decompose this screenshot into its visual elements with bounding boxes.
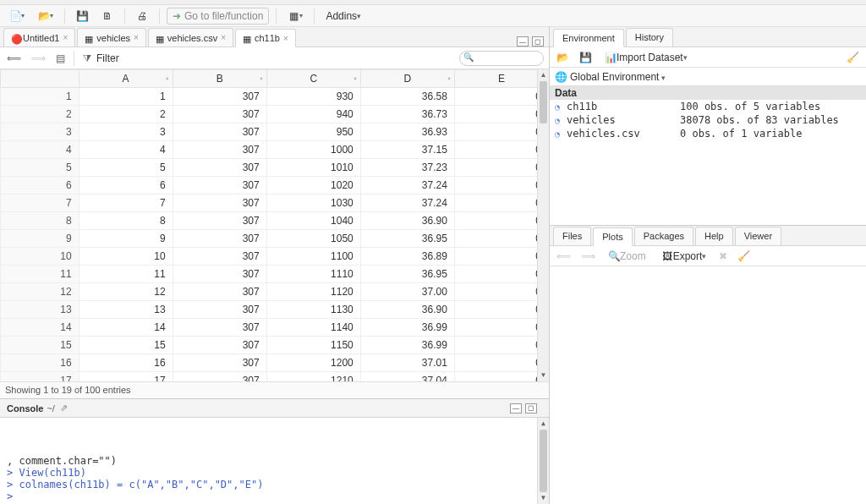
cell[interactable]: 1120 [266,283,360,301]
cell[interactable]: 930 [266,88,360,106]
cell[interactable]: 1040 [266,212,360,230]
plot-prev-button[interactable]: ⟸ [555,249,573,264]
cell[interactable]: 307 [173,141,266,159]
cell[interactable]: 0 [454,319,548,337]
table-row[interactable]: 66307102037.240 [1,177,549,194]
plots-tab-files[interactable]: Files [553,227,591,245]
close-icon[interactable]: × [134,33,139,42]
cell[interactable]: 36.95 [360,230,454,248]
table-row[interactable]: 1515307115036.990 [1,337,549,354]
cell[interactable]: 5 [79,159,173,177]
cell[interactable]: 1110 [266,266,360,283]
save-button[interactable]: 💾 [72,8,92,25]
console-popout-icon[interactable]: ⇗ [60,403,68,414]
goto-file-function-input[interactable]: ➜Go to file/function [167,8,269,25]
cell[interactable]: 0 [454,230,548,248]
cell[interactable]: 36.73 [360,106,454,123]
cell[interactable]: 307 [173,354,266,372]
plots-tab-help[interactable]: Help [695,227,733,245]
table-row[interactable]: 1616307120037.010 [1,354,549,372]
env-item-vehicles-csv[interactable]: ◔vehicles.csv0 obs. of 1 variable [550,127,866,140]
export-button[interactable]: 🖼Export [657,248,711,265]
cell[interactable]: 0 [454,283,548,301]
cell[interactable]: 1130 [266,301,360,319]
close-icon[interactable]: × [221,33,226,42]
cell[interactable]: 36.93 [360,123,454,141]
cell[interactable]: 13 [79,301,173,319]
cell[interactable]: 37.24 [360,194,454,212]
cell[interactable]: 0 [454,337,548,354]
forward-button[interactable]: ⟹ [30,51,47,66]
cell[interactable]: 0 [454,141,548,159]
cell[interactable]: 14 [79,319,173,337]
cell[interactable]: 36.90 [360,301,454,319]
plot-next-button[interactable]: ⟹ [579,249,597,264]
plots-tab-packages[interactable]: Packages [634,227,693,245]
cell[interactable]: 307 [173,194,266,212]
cell[interactable]: 1140 [266,319,360,337]
remove-plot-button[interactable]: ✖ [717,249,729,264]
cell[interactable]: 0 [454,88,548,106]
env-item-ch11b[interactable]: ◔ch11b100 obs. of 5 variables [550,100,866,113]
cell[interactable]: 0 [454,266,548,283]
cell[interactable]: 17 [79,372,173,382]
col-header-A[interactable]: A [79,70,173,88]
cell[interactable]: 0 [454,212,548,230]
addins-button[interactable]: Addins [321,8,365,25]
cell[interactable]: 1010 [266,159,360,177]
cell[interactable]: 307 [173,301,266,319]
cell[interactable]: 36.90 [360,212,454,230]
cell[interactable]: 36.58 [360,88,454,106]
print-button[interactable]: 🖨 [132,8,152,25]
cell[interactable]: 36.99 [360,337,454,354]
cell[interactable]: 3 [79,123,173,141]
cell[interactable]: 2 [79,106,173,123]
cell[interactable]: 11 [79,266,173,283]
cell[interactable]: 307 [173,248,266,266]
cell[interactable]: 0 [454,301,548,319]
col-header-C[interactable]: C [266,70,360,88]
cell[interactable]: 307 [173,266,266,283]
cell[interactable]: 307 [173,177,266,194]
popout-button[interactable]: ▤ [54,51,67,66]
scroll-thumb[interactable] [540,81,547,123]
clear-workspace-button[interactable]: 🧹 [845,50,861,65]
save-workspace-button[interactable]: 💾 [578,50,594,65]
cell[interactable]: 307 [173,159,266,177]
close-icon[interactable]: × [63,33,68,42]
cell[interactable]: 37.23 [360,159,454,177]
expand-icon[interactable]: ◔ [555,102,563,112]
cell[interactable]: 307 [173,372,266,382]
cell[interactable]: 37.24 [360,177,454,194]
cell[interactable]: 1020 [266,177,360,194]
expand-icon[interactable]: ◔ [555,116,563,125]
cell[interactable]: 6 [79,177,173,194]
cell[interactable]: 36.95 [360,266,454,283]
cell[interactable]: 0 [454,354,548,372]
source-tab-vehicles-csv[interactable]: ▦vehicles.csv× [148,28,233,47]
cell[interactable]: 307 [173,283,266,301]
env-tab-history[interactable]: History [626,28,673,47]
table-row[interactable]: 1717307121037.040 [1,372,549,382]
cell[interactable]: 15 [79,337,173,354]
cell[interactable]: 0 [454,177,548,194]
table-row[interactable]: 1212307112037.000 [1,283,549,301]
clear-plots-button[interactable]: 🧹 [736,249,752,264]
cell[interactable]: 1030 [266,194,360,212]
col-header-E[interactable]: E [454,70,548,88]
scroll-down-arrow[interactable]: ▼ [538,370,549,381]
cell[interactable]: 1000 [266,141,360,159]
cell[interactable]: 950 [266,123,360,141]
table-row[interactable]: 1313307113036.900 [1,301,549,319]
zoom-button[interactable]: 🔍Zoom [604,248,650,265]
search-input[interactable] [459,51,544,66]
table-row[interactable]: 1414307114036.990 [1,319,549,337]
grid-view-button[interactable]: ▦▾ [283,8,307,25]
minimize-pane-button[interactable]: — [517,36,529,47]
col-header-B[interactable]: B [173,70,266,88]
cell[interactable]: 4 [79,141,173,159]
table-row[interactable]: 2230794036.730 [1,106,549,123]
cell[interactable]: 37.00 [360,283,454,301]
import-dataset-button[interactable]: 📊Import Dataset [600,49,692,66]
table-row[interactable]: 3330795036.930 [1,123,549,141]
